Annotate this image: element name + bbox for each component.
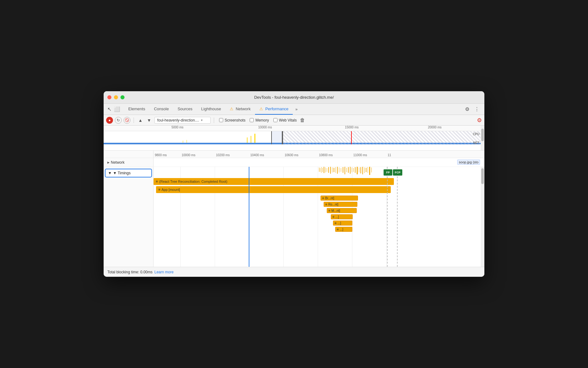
network-track-text: Network xyxy=(111,160,125,165)
svg-rect-35 xyxy=(368,167,368,173)
ruler-tick-10200: 10200 ms xyxy=(216,153,230,157)
tab-network-label: Network xyxy=(236,107,251,111)
svg-rect-8 xyxy=(321,167,321,173)
maximize-button[interactable] xyxy=(120,95,125,99)
ruler-tick-11plus: 11 xyxy=(388,153,391,157)
mini-flame-dots1-label: ✳ ...] xyxy=(332,215,339,219)
svg-rect-29 xyxy=(357,167,358,174)
mini-flame-ro[interactable]: ✳ Ro...nt] xyxy=(324,202,357,207)
network-warning-icon: ⚠ xyxy=(230,107,233,111)
ruler-label-spacer xyxy=(104,151,154,158)
net-overview-bar xyxy=(104,143,481,144)
timings-label-col: ▼ ▼ Timings xyxy=(104,167,154,267)
flame-bar-react-tree[interactable]: ✳ (React Tree Reconciliation: Completed … xyxy=(154,178,394,185)
ruler-tick-9800: 9800 ms xyxy=(155,153,167,157)
flame-bar-app-mount[interactable]: ✳ App [mount] xyxy=(156,186,391,193)
capture-settings-button[interactable]: ⚙ xyxy=(477,117,482,124)
svg-rect-24 xyxy=(348,167,349,173)
svg-rect-25 xyxy=(350,167,350,174)
device-icon[interactable]: ⬜ xyxy=(113,106,121,112)
ruler-tick-10400: 10400 ms xyxy=(250,153,264,157)
ruler-5000: 5000 ms xyxy=(171,126,183,129)
scrollbar-thumb[interactable] xyxy=(481,129,484,141)
tab-performance[interactable]: ⚠ Performance xyxy=(255,104,293,115)
detail-ruler: 9800 ms 10000 ms 10200 ms 10400 ms 10600… xyxy=(104,151,484,158)
download-button[interactable]: ▼ xyxy=(146,117,153,123)
cpu-overview xyxy=(104,131,481,144)
tab-elements[interactable]: Elements xyxy=(124,104,149,115)
svg-rect-32 xyxy=(362,167,363,174)
timings-scrollbar-thumb[interactable] xyxy=(481,168,484,184)
svg-rect-36 xyxy=(369,167,370,175)
tab-console[interactable]: Console xyxy=(149,104,173,115)
tab-network[interactable]: ⚠ Network xyxy=(225,104,255,115)
svg-rect-21 xyxy=(343,167,343,173)
perf-toolbar: ● ↻ 🚫 ▲ ▼ foul-heavenly-direction.... ▾ … xyxy=(104,115,484,126)
screenshots-checkbox-label[interactable]: Screenshots xyxy=(219,118,246,122)
timings-content: FP FCP xyxy=(154,167,481,267)
svg-rect-16 xyxy=(334,168,334,172)
timings-header-label: ▼ Timings xyxy=(113,171,131,175)
upload-button[interactable]: ▲ xyxy=(137,117,144,123)
svg-rect-34 xyxy=(366,168,366,172)
tab-elements-label: Elements xyxy=(128,107,145,111)
soop-jpg-label: soop.jpg (sto xyxy=(457,160,480,165)
svg-rect-26 xyxy=(352,167,352,172)
blocking-time-text: Total blocking time: 0.00ms xyxy=(107,270,153,274)
titlebar: DevTools - foul-heavenly-direction.glitc… xyxy=(104,91,484,104)
tab-lighthouse[interactable]: Lighthouse xyxy=(197,104,226,115)
cursor-icon[interactable]: ↖ xyxy=(106,106,113,112)
svg-rect-20 xyxy=(341,168,341,172)
svg-rect-9 xyxy=(322,168,323,172)
learn-more-link[interactable]: Learn more xyxy=(154,270,174,274)
memory-checkbox-label[interactable]: Memory xyxy=(250,118,269,122)
refresh-record-button[interactable]: ↻ xyxy=(115,117,122,124)
screenshots-checkbox[interactable] xyxy=(219,118,223,122)
record-icon: ● xyxy=(108,118,110,122)
url-text: foul-heavenly-direction.... xyxy=(157,118,199,122)
ruler-tick-11000: 11000 ms xyxy=(353,153,367,157)
scrollbar-track[interactable] xyxy=(481,126,484,150)
record-button[interactable]: ● xyxy=(106,117,113,124)
timeline-container: 5000 ms 10000 ms 15000 ms 20000 ms xyxy=(104,126,484,267)
mini-flame-dots2[interactable]: ✳ ...] xyxy=(333,221,352,226)
detail-timeline: 9800 ms 10000 ms 10200 ms 10400 ms 10600… xyxy=(104,151,484,267)
url-dropdown-icon: ▾ xyxy=(201,118,203,122)
fp-badge: FP xyxy=(384,169,392,176)
svg-rect-13 xyxy=(328,167,329,173)
timings-header-box[interactable]: ▼ ▼ Timings xyxy=(105,169,152,177)
more-tabs-button[interactable]: » xyxy=(293,107,300,112)
mini-flame-dots2-label: ✳ ...] xyxy=(334,221,341,225)
mini-flame-dots3-label: ✳ ...] xyxy=(336,228,343,231)
web-vitals-checkbox[interactable] xyxy=(273,118,277,122)
memory-checkbox[interactable] xyxy=(250,118,254,122)
screenshots-label: Screenshots xyxy=(225,118,246,122)
refresh-icon: ↻ xyxy=(117,118,120,122)
svg-rect-30 xyxy=(359,167,359,172)
settings-icon[interactable]: ⚙ xyxy=(463,105,472,113)
memory-label: Memory xyxy=(255,118,269,122)
minimize-button[interactable] xyxy=(114,95,118,99)
clear-button[interactable]: 🚫 xyxy=(124,117,130,124)
tab-sources[interactable]: Sources xyxy=(173,104,197,115)
status-bar: Total blocking time: 0.00ms Learn more xyxy=(104,267,484,277)
clear-recording-button[interactable]: 🗑 xyxy=(300,117,305,123)
tab-console-label: Console xyxy=(154,107,169,111)
network-track-label[interactable]: ▶ Network xyxy=(104,158,154,167)
mini-flame-dots3[interactable]: ✳ ...] xyxy=(335,227,352,232)
svg-rect-22 xyxy=(345,167,345,174)
timings-scrollbar-track[interactable] xyxy=(481,167,484,267)
svg-rect-12 xyxy=(327,168,327,172)
fcp-dashed-line xyxy=(397,167,398,267)
close-button[interactable] xyxy=(107,95,111,99)
url-selector[interactable]: foul-heavenly-direction.... ▾ xyxy=(154,117,211,124)
svg-rect-17 xyxy=(336,167,336,173)
mini-flame-br[interactable]: ✳ Br...nt] xyxy=(321,196,358,201)
mini-flame-br-label: ✳ Br...nt] xyxy=(322,196,334,200)
overview-panel[interactable]: 5000 ms 10000 ms 15000 ms 20000 ms xyxy=(104,126,484,151)
mini-flame-dots1[interactable]: ✳ ...] xyxy=(331,214,353,219)
mini-flame-m[interactable]: ✳ M...nt] xyxy=(327,208,357,213)
web-vitals-checkbox-label[interactable]: Web Vitals xyxy=(273,118,297,122)
more-options-icon[interactable]: ⋮ xyxy=(472,105,482,113)
checkbox-group: Screenshots Memory Web Vitals xyxy=(219,118,297,122)
